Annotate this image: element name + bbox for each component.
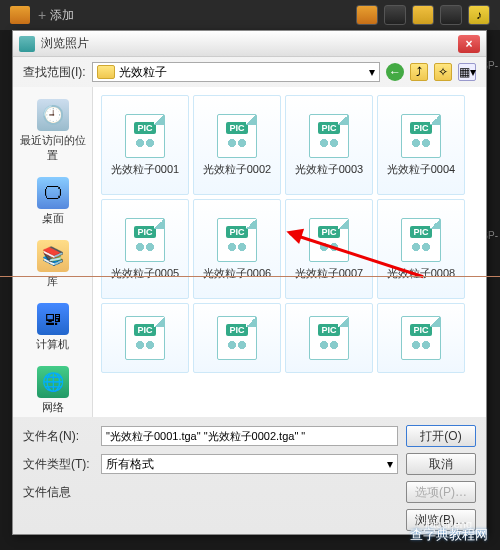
file-item[interactable]: PIC光效粒子0003 bbox=[285, 95, 373, 195]
sidebar-label: 最近访问的位置 bbox=[17, 133, 88, 163]
dialog-titlebar[interactable]: 浏览照片 × bbox=[13, 31, 486, 57]
toolbar-button-2[interactable] bbox=[412, 5, 434, 25]
file-item[interactable]: PIC光效粒子0004 bbox=[377, 95, 465, 195]
toolbar-folder-button[interactable] bbox=[356, 5, 378, 25]
file-dialog: 浏览照片 × 查找范围(I): 光效粒子 ▾ ← ⤴ ✧ ▦▾ 🕘最近访问的位置… bbox=[12, 30, 487, 535]
places-sidebar: 🕘最近访问的位置 🖵桌面 📚库 🖳计算机 🌐网络 bbox=[13, 87, 93, 417]
filename-input[interactable] bbox=[101, 426, 398, 446]
annotation-line bbox=[0, 276, 500, 277]
file-item[interactable]: PIC bbox=[193, 303, 281, 373]
lookup-row: 查找范围(I): 光效粒子 ▾ ← ⤴ ✧ ▦▾ bbox=[13, 57, 486, 87]
dialog-icon bbox=[19, 36, 35, 52]
file-item[interactable]: PIC bbox=[101, 303, 189, 373]
sidebar-label: 网络 bbox=[42, 400, 64, 415]
tab-icon bbox=[10, 6, 30, 24]
recent-icon: 🕘 bbox=[37, 99, 69, 131]
sidebar-item-library[interactable]: 📚库 bbox=[33, 236, 73, 293]
sidebar-item-desktop[interactable]: 🖵桌面 bbox=[33, 173, 73, 230]
back-button[interactable]: ← bbox=[386, 63, 404, 81]
file-item[interactable]: PIC bbox=[377, 303, 465, 373]
up-button[interactable]: ⤴ bbox=[410, 63, 428, 81]
open-button[interactable]: 打开(O) bbox=[406, 425, 476, 447]
sidebar-label: 桌面 bbox=[42, 211, 64, 226]
close-button[interactable]: × bbox=[458, 35, 480, 53]
options-button[interactable]: 选项(P)… bbox=[406, 481, 476, 503]
sidebar-item-network[interactable]: 🌐网络 bbox=[33, 362, 73, 419]
library-icon: 📚 bbox=[37, 240, 69, 272]
add-button[interactable]: +添加 bbox=[38, 7, 74, 24]
folder-icon bbox=[97, 65, 115, 79]
app-toolbar: +添加 ♪ bbox=[0, 0, 500, 30]
filetype-dropdown[interactable]: 所有格式▾ bbox=[101, 454, 398, 474]
toolbar-button-3[interactable] bbox=[440, 5, 462, 25]
file-item[interactable]: PIC光效粒子0006 bbox=[193, 199, 281, 299]
new-folder-button[interactable]: ✧ bbox=[434, 63, 452, 81]
file-grid: PIC光效粒子0001 PIC光效粒子0002 PIC光效粒子0003 PIC光… bbox=[93, 87, 486, 417]
file-item[interactable]: PIC bbox=[285, 303, 373, 373]
computer-icon: 🖳 bbox=[37, 303, 69, 335]
toolbar-button-1[interactable] bbox=[384, 5, 406, 25]
chevron-down-icon: ▾ bbox=[387, 457, 393, 471]
folder-dropdown[interactable]: 光效粒子 ▾ bbox=[92, 62, 380, 82]
fileinfo-label: 文件信息 bbox=[23, 484, 93, 501]
plus-icon: + bbox=[38, 7, 46, 23]
file-item[interactable]: PIC光效粒子0008 bbox=[377, 199, 465, 299]
lookup-label: 查找范围(I): bbox=[23, 64, 86, 81]
file-item[interactable]: PIC光效粒子0007 bbox=[285, 199, 373, 299]
folder-name: 光效粒子 bbox=[119, 64, 167, 81]
sidebar-item-computer[interactable]: 🖳计算机 bbox=[32, 299, 73, 356]
file-item[interactable]: PIC光效粒子0001 bbox=[101, 95, 189, 195]
cancel-button[interactable]: 取消 bbox=[406, 453, 476, 475]
chevron-down-icon: ▾ bbox=[369, 65, 375, 79]
sidebar-item-recent[interactable]: 🕘最近访问的位置 bbox=[13, 95, 92, 167]
desktop-icon: 🖵 bbox=[37, 177, 69, 209]
filename-label: 文件名(N): bbox=[23, 428, 93, 445]
sidebar-label: 计算机 bbox=[36, 337, 69, 352]
watermark-text: 查字典教程网 bbox=[410, 526, 488, 544]
toolbar-music-button[interactable]: ♪ bbox=[468, 5, 490, 25]
view-button[interactable]: ▦▾ bbox=[458, 63, 476, 81]
file-item[interactable]: PIC光效粒子0005 bbox=[101, 199, 189, 299]
add-label: 添加 bbox=[50, 7, 74, 24]
dialog-title: 浏览照片 bbox=[41, 35, 89, 52]
file-item[interactable]: PIC光效粒子0002 bbox=[193, 95, 281, 195]
network-icon: 🌐 bbox=[37, 366, 69, 398]
filetype-label: 文件类型(T): bbox=[23, 456, 93, 473]
dialog-bottom: 文件名(N): 打开(O) 文件类型(T): 所有格式▾ 取消 文件信息 选项(… bbox=[13, 417, 486, 539]
